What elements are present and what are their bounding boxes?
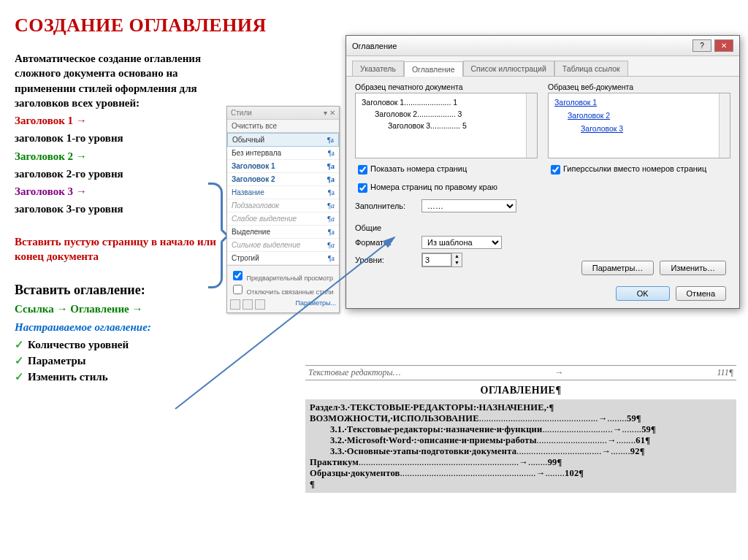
filler-label: Заполнитель: [355, 202, 417, 210]
result-toc-line: ¶ [310, 479, 732, 490]
style-list-item[interactable]: Строгий¶a [227, 252, 339, 265]
levels-spinner[interactable]: ▲▼ [421, 253, 462, 267]
result-toc-line: 3.1.·Текстовые·редакторы:·назначение·и·ф… [310, 424, 732, 435]
preview-web-link[interactable]: Заголовок 2 [554, 111, 724, 120]
formats-select[interactable]: Из шаблона [421, 236, 502, 249]
dialog-titlebar: Оглавление ? ✕ [346, 36, 739, 56]
params-button[interactable]: Параметры… [581, 261, 654, 275]
formats-label: Форматы: [355, 238, 417, 247]
preview-toc-line: Заголовок 1...................... 1 [362, 98, 531, 107]
preview-web-link[interactable]: Заголовок 3 [554, 124, 724, 133]
print-preview: Заголовок 1...................... 1Загол… [355, 93, 538, 158]
style-list-item[interactable]: Подзаголовок¶a [227, 199, 339, 212]
levels-label: Уровни: [355, 256, 417, 264]
style-list-item[interactable]: Заголовок 2¶a [227, 173, 339, 186]
style-level-desc: заголовок 2-го уровня [15, 166, 226, 181]
style-list-item[interactable]: Слабое выделение¶a [227, 212, 339, 226]
dialog-tabs: УказательОглавлениеСписок иллюстрацийТаб… [346, 56, 739, 77]
print-preview-label: Образец печатного документа [355, 83, 538, 91]
result-toc-line: Практикум...............................… [310, 457, 732, 468]
toc-dialog: Оглавление ? ✕ УказательОглавлениеСписок… [346, 35, 740, 309]
styles-pane-header: Стили ▾ ✕ [227, 107, 339, 120]
result-toc-line: Раздел·3.·ТЕКСТОВЫЕ·РЕДАКТОРЫ:·НАЗНАЧЕНИ… [310, 402, 732, 413]
option-item: Количество уровней [28, 337, 226, 352]
option-item: Изменить стиль [28, 369, 226, 384]
preview-web-link[interactable]: Заголовок 1 [554, 98, 724, 107]
style-list-item[interactable]: Обычный¶a [227, 133, 339, 147]
modify-button[interactable]: Изменить… [660, 261, 726, 275]
preview-toc-line: Заголовок 3.............. 5 [362, 121, 531, 130]
header-field-right: 111¶ [717, 367, 734, 378]
close-button[interactable]: ✕ [714, 39, 733, 52]
general-section-label: Общие [355, 223, 730, 232]
result-toc-line: 3.3.·Основные·этапы·подготовки·документа… [310, 446, 732, 457]
manage-styles-icon[interactable] [255, 299, 265, 310]
styles-pane-footer: Предварительный просмотр Отключить связа… [227, 265, 339, 312]
menu-path: Ссылка → Оглавление → [15, 302, 226, 316]
styles-params-link[interactable]: Параметры... [296, 299, 336, 310]
insert-blank-page: Вставить пустую страницу в начало или ко… [15, 234, 226, 264]
new-style-icon[interactable] [230, 299, 240, 310]
insert-toc-heading: Вставить оглавление: [15, 281, 226, 299]
styles-pane: Стили ▾ ✕ Очистить все Обычный¶aБез инте… [226, 106, 340, 313]
option-item: Параметры [28, 353, 226, 368]
result-toc-line: ВОЗМОЖНОСТИ,·ИСПОЛЬЗОВАНИЕ..............… [310, 413, 732, 424]
web-preview: Заголовок 1Заголовок 2Заголовок 3 [548, 93, 730, 158]
scrollbar[interactable] [526, 93, 537, 158]
left-instructions: Автоматическое создание оглавления сложн… [15, 51, 226, 388]
spin-up-icon[interactable]: ▲ [451, 253, 462, 260]
dialog-tab[interactable]: Оглавление [404, 61, 463, 77]
options-list: Количество уровнейПараметрыИзменить стил… [15, 337, 226, 385]
style-level-desc: заголовок 3-го уровня [15, 202, 226, 216]
dialog-tab[interactable]: Таблица ссылок [554, 61, 628, 76]
style-level: Заголовок 2 → [15, 149, 226, 164]
curly-brace [208, 183, 223, 288]
preview-toc-line: Заголовок 2.................. 3 [362, 110, 531, 118]
filler-select[interactable]: …… [421, 199, 516, 212]
help-button[interactable]: ? [692, 39, 711, 52]
style-list-item[interactable]: Выделение¶a [227, 226, 339, 239]
customizable-toc: Настраиваемое оглавление: [15, 320, 226, 334]
header-field-left: Текстовые редакторы… [308, 367, 400, 378]
right-align-checkbox[interactable]: Номера страниц по правому краю [355, 181, 538, 195]
hyperlinks-checkbox[interactable]: Гиперссылки вместо номеров страниц [548, 163, 730, 177]
style-list-item[interactable]: Без интервала¶a [227, 147, 339, 160]
style-level: Заголовок 1 → [15, 113, 226, 128]
disable-linked-checkbox[interactable]: Отключить связанные стили [230, 283, 336, 296]
inspector-icon[interactable] [243, 299, 253, 310]
spin-down-icon[interactable]: ▼ [451, 260, 462, 266]
preview-checkbox[interactable]: Предварительный просмотр [230, 269, 336, 283]
cancel-button[interactable]: Отмена [676, 286, 726, 301]
clear-all-link[interactable]: Очистить все [227, 120, 339, 133]
page-title: СОЗДАНИЕ ОГЛАВЛЕНИЯ [15, 15, 733, 37]
result-toc-line: 3.2.·Microsoft·Word·:·описание·и·приемы·… [310, 435, 732, 446]
result-toc-title: ОГЛАВЛЕНИЕ¶ [305, 385, 736, 396]
style-list-item[interactable]: Сильное выделение¶a [227, 239, 339, 252]
ok-button[interactable]: OK [616, 286, 670, 301]
style-list-item[interactable]: Название¶a [227, 186, 339, 199]
style-level-desc: заголовок 1-го уровня [15, 131, 226, 145]
generated-toc-sample: Текстовые редакторы… → 111¶ ОГЛАВЛЕНИЕ¶ … [305, 365, 736, 493]
style-level: Заголовок 3 → [15, 184, 226, 199]
dialog-tab[interactable]: Указатель [352, 61, 404, 76]
scrollbar[interactable] [719, 93, 730, 158]
dialog-tab[interactable]: Список иллюстраций [463, 61, 554, 76]
show-pages-checkbox[interactable]: Показать номера страниц [355, 163, 538, 177]
web-preview-label: Образец веб-документа [548, 83, 730, 91]
intro-text: Автоматическое создание оглавления сложн… [15, 51, 226, 110]
result-toc-line: Образцы·документов......................… [310, 468, 732, 479]
style-list-item[interactable]: Заголовок 1¶a [227, 160, 339, 173]
